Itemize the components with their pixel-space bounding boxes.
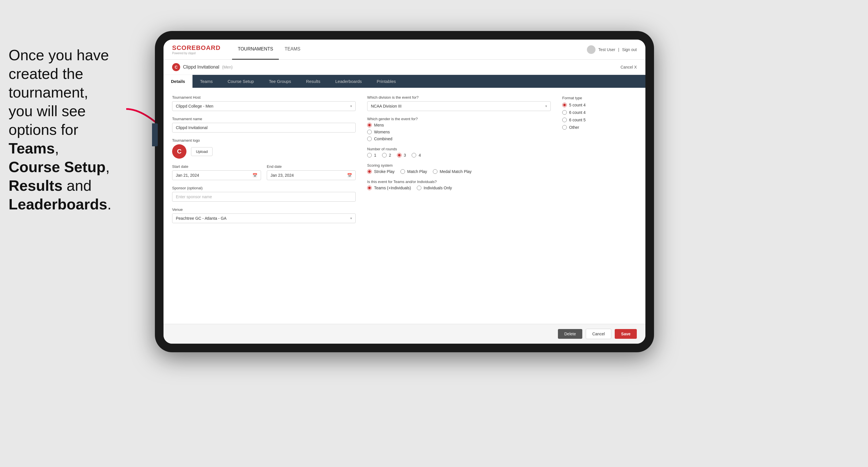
rounds-label: Number of rounds bbox=[367, 147, 551, 151]
tournament-breadcrumb: C Clippd Invitational (Men) bbox=[172, 63, 232, 71]
format-6count5-radio[interactable] bbox=[562, 118, 567, 122]
gender-womens-radio[interactable] bbox=[367, 130, 372, 134]
left-column: Tournament Host Clippd College - Men ▾ T… bbox=[172, 95, 356, 316]
venue-chevron-icon: ▾ bbox=[350, 216, 352, 220]
venue-group: Venue Peachtree GC - Atlanta - GA ▾ bbox=[172, 208, 356, 223]
format-6count4-option[interactable]: 6 count 4 bbox=[562, 110, 637, 115]
tab-leaderboards[interactable]: Leaderboards bbox=[328, 75, 369, 88]
gender-label: Which gender is the event for? bbox=[367, 117, 551, 121]
scoring-medal-radio[interactable] bbox=[433, 169, 437, 174]
tab-printables[interactable]: Printables bbox=[369, 75, 403, 88]
scoring-radio-group: Stroke Play Match Play Medal Match Play bbox=[367, 169, 551, 174]
user-avatar bbox=[587, 45, 595, 54]
format-options: 5 count 4 6 count 4 6 count 5 Other bbox=[562, 103, 637, 130]
scoring-stroke-option[interactable]: Stroke Play bbox=[367, 169, 395, 174]
scoring-label: Scoring system bbox=[367, 163, 551, 167]
nav-tab-tournaments[interactable]: TOURNAMENTS bbox=[232, 39, 279, 60]
rounds-1-option[interactable]: 1 bbox=[367, 153, 376, 157]
date-row: Start date Jan 21, 2024 📅 End date Jan 2… bbox=[172, 164, 356, 180]
gender-radio-group: Mens Womens Combined bbox=[367, 123, 551, 141]
sign-out-link[interactable]: Sign out bbox=[622, 47, 637, 52]
tournament-icon: C bbox=[172, 63, 180, 71]
start-date-group: Start date Jan 21, 2024 📅 bbox=[172, 164, 261, 180]
tab-tee-groups[interactable]: Tee Groups bbox=[261, 75, 299, 88]
venue-input[interactable]: Peachtree GC - Atlanta - GA ▾ bbox=[172, 213, 356, 223]
format-6count4-radio[interactable] bbox=[562, 110, 567, 115]
cancel-x-button[interactable]: Cancel X bbox=[620, 65, 637, 69]
tournament-logo-group: Tournament logo C Upload bbox=[172, 138, 356, 159]
cancel-button[interactable]: Cancel bbox=[586, 329, 612, 339]
scoring-stroke-radio[interactable] bbox=[367, 169, 372, 174]
format-5count4-radio[interactable] bbox=[562, 103, 567, 107]
rounds-1-radio[interactable] bbox=[367, 153, 372, 157]
tournament-host-value: Clippd College - Men bbox=[176, 104, 213, 108]
start-date-label: Start date bbox=[172, 164, 261, 169]
format-other-radio[interactable] bbox=[562, 125, 567, 130]
gender-mens-radio[interactable] bbox=[367, 123, 372, 127]
rounds-4-option[interactable]: 4 bbox=[412, 153, 421, 157]
end-date-group: End date Jan 23, 2024 📅 bbox=[267, 164, 356, 180]
scoring-group: Scoring system Stroke Play Match Play bbox=[367, 163, 551, 174]
tab-course-setup[interactable]: Course Setup bbox=[220, 75, 261, 88]
tournament-host-label: Tournament Host bbox=[172, 95, 356, 99]
delete-button[interactable]: Delete bbox=[558, 329, 582, 339]
user-label: Test User bbox=[598, 47, 615, 52]
save-button[interactable]: Save bbox=[615, 329, 637, 339]
tablet-device: SCOREBOARD Powered by clippd TOURNAMENTS… bbox=[155, 31, 654, 352]
bottom-bar: Delete Cancel Save bbox=[163, 324, 645, 344]
start-date-input[interactable]: Jan 21, 2024 📅 bbox=[172, 170, 261, 180]
rounds-2-option[interactable]: 2 bbox=[382, 153, 391, 157]
rounds-3-radio[interactable] bbox=[397, 153, 402, 157]
gender-womens-option[interactable]: Womens bbox=[367, 130, 551, 134]
calendar-icon: 📅 bbox=[252, 173, 257, 178]
tournament-host-input[interactable]: Clippd College - Men ▾ bbox=[172, 101, 356, 111]
rounds-radio-group: 1 2 3 4 bbox=[367, 153, 551, 157]
format-other-option[interactable]: Other bbox=[562, 125, 637, 130]
gender-mens-label: Mens bbox=[374, 123, 384, 127]
header-right: Test User | Sign out bbox=[587, 45, 637, 54]
individuals-only-option[interactable]: Individuals Only bbox=[417, 186, 452, 190]
top-nav: TOURNAMENTS TEAMS bbox=[232, 39, 587, 60]
content-tabs: Details Teams Course Setup Tee Groups Re… bbox=[163, 75, 645, 88]
scoring-medal-option[interactable]: Medal Match Play bbox=[433, 169, 472, 174]
tournament-name: Clippd Invitational bbox=[183, 65, 219, 70]
logo-sub: Powered by clippd bbox=[172, 52, 221, 55]
app-header: SCOREBOARD Powered by clippd TOURNAMENTS… bbox=[163, 39, 645, 60]
rounds-4-radio[interactable] bbox=[412, 153, 416, 157]
rounds-group: Number of rounds 1 2 3 bbox=[367, 147, 551, 157]
scoring-match-radio[interactable] bbox=[400, 169, 405, 174]
middle-column: Which division is the event for? NCAA Di… bbox=[367, 95, 551, 316]
tab-results[interactable]: Results bbox=[299, 75, 328, 88]
gender-mens-option[interactable]: Mens bbox=[367, 123, 551, 127]
scoring-match-option[interactable]: Match Play bbox=[400, 169, 427, 174]
tournament-name-group: Tournament name Clippd Invitational bbox=[172, 117, 356, 132]
sponsor-input[interactable]: Enter sponsor name bbox=[172, 192, 356, 201]
tab-details[interactable]: Details bbox=[163, 75, 192, 88]
rounds-3-option[interactable]: 3 bbox=[397, 153, 406, 157]
tournament-name-input[interactable]: Clippd Invitational bbox=[172, 123, 356, 132]
gender-combined-option[interactable]: Combined bbox=[367, 136, 551, 141]
logo-upload-area: C Upload bbox=[172, 144, 356, 159]
teams-plus-radio[interactable] bbox=[367, 186, 372, 190]
team-individuals-group: Is this event for Teams and/or Individua… bbox=[367, 180, 551, 190]
division-input[interactable]: NCAA Division III ▾ bbox=[367, 101, 551, 111]
format-type-label: Format type bbox=[562, 96, 582, 100]
end-date-input[interactable]: Jan 23, 2024 📅 bbox=[267, 170, 356, 180]
upload-button[interactable]: Upload bbox=[191, 147, 213, 156]
teams-plus-individuals-option[interactable]: Teams (+Individuals) bbox=[367, 186, 411, 190]
sponsor-group: Sponsor (optional) Enter sponsor name bbox=[172, 186, 356, 201]
chevron-down-icon: ▾ bbox=[350, 104, 352, 108]
sub-header: C Clippd Invitational (Men) Cancel X bbox=[163, 60, 645, 75]
format-6count5-option[interactable]: 6 count 5 bbox=[562, 118, 637, 122]
format-5count4-option[interactable]: 5 count 4 bbox=[562, 103, 637, 107]
tournament-name-label: Tournament name bbox=[172, 117, 356, 121]
gender-combined-radio[interactable] bbox=[367, 136, 372, 141]
nav-tab-teams[interactable]: TEAMS bbox=[279, 39, 306, 60]
tournament-logo-label: Tournament logo bbox=[172, 138, 356, 143]
rounds-2-radio[interactable] bbox=[382, 153, 387, 157]
tab-teams[interactable]: Teams bbox=[192, 75, 220, 88]
sponsor-label: Sponsor (optional) bbox=[172, 186, 356, 190]
app-logo: SCOREBOARD bbox=[172, 44, 221, 52]
individuals-only-radio[interactable] bbox=[417, 186, 422, 190]
gender-group: Which gender is the event for? Mens Wome… bbox=[367, 117, 551, 141]
